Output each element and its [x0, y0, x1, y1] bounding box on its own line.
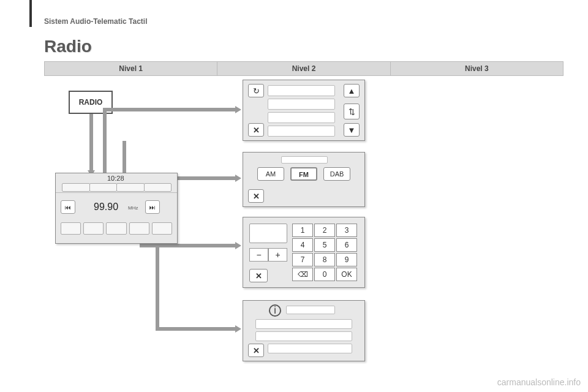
tab[interactable]: [116, 183, 145, 192]
frequency-unit: MHz: [128, 205, 138, 211]
arrow-right-icon: [235, 325, 241, 333]
info-line: [255, 319, 352, 329]
info-title-slot: [286, 306, 335, 314]
close-button[interactable]: ✕: [249, 269, 268, 282]
band-row: AM FM DAB: [243, 167, 364, 181]
key-2[interactable]: 2: [314, 224, 335, 237]
main-mid-row: ⏮ 99.90 MHz ⏭: [56, 193, 177, 220]
band-dab-button[interactable]: DAB: [323, 167, 350, 181]
info-panel: i ✕: [243, 300, 365, 361]
sort-icon: ⇅: [349, 107, 355, 116]
close-icon: ✕: [255, 271, 262, 281]
level-1-header: Nivel 1: [45, 62, 217, 75]
key-0[interactable]: 0: [314, 268, 335, 281]
close-button[interactable]: ✕: [248, 123, 264, 137]
band-select-panel: AM FM DAB ✕: [243, 152, 365, 207]
key-6[interactable]: 6: [336, 238, 357, 252]
key-3[interactable]: 3: [336, 224, 357, 237]
level-3-header: Nivel 3: [391, 62, 563, 75]
preset-slot[interactable]: [83, 222, 104, 235]
next-track-button[interactable]: ⏭: [145, 200, 160, 214]
key-backspace[interactable]: ⌫: [292, 268, 313, 281]
list-item[interactable]: [268, 99, 335, 110]
info-line: [255, 331, 352, 341]
tab[interactable]: [144, 183, 172, 192]
band-am-button[interactable]: AM: [257, 167, 284, 181]
freq-up-button[interactable]: +: [268, 248, 287, 262]
station-list-panel: ↻ ▲ ⇅ ▼ ✕: [243, 80, 365, 141]
up-icon: ▲: [348, 86, 356, 96]
close-button[interactable]: ✕: [248, 189, 264, 203]
key-4[interactable]: 4: [292, 238, 313, 252]
down-icon: ▼: [348, 126, 356, 135]
scroll-up-button[interactable]: ▲: [344, 84, 360, 97]
key-ok[interactable]: OK: [336, 268, 357, 281]
connector: [156, 327, 235, 331]
connector: [156, 244, 159, 330]
tab-strip: [62, 183, 171, 192]
preset-slot[interactable]: [106, 222, 126, 235]
list-item[interactable]: [268, 112, 335, 123]
left-accent-bar: [29, 0, 32, 27]
arrow-right-icon: [235, 106, 241, 113]
key-9[interactable]: 9: [336, 253, 357, 266]
close-icon: ✕: [253, 126, 260, 135]
numeric-keypad: 1 2 3 4 5 6 7 8 9 ⌫ 0 OK: [292, 224, 357, 281]
preset-slot[interactable]: [61, 222, 81, 235]
next-icon: ⏭: [149, 204, 156, 211]
panel-title-slot: [281, 156, 328, 164]
list-item[interactable]: [268, 85, 335, 96]
prev-track-button[interactable]: ⏮: [61, 200, 75, 214]
main-top-row: 10:28: [56, 173, 177, 193]
tab[interactable]: [62, 183, 90, 192]
connector: [140, 244, 235, 247]
arrow-right-icon: [235, 242, 241, 249]
close-icon: ✕: [253, 346, 260, 355]
section-header: Sistem Audio-Telematic Tactil: [44, 17, 147, 26]
scroll-down-button[interactable]: ▼: [344, 123, 360, 137]
watermark: carmanualsonline.info: [497, 377, 581, 387]
level-2-header: Nivel 2: [217, 62, 390, 75]
connector: [103, 108, 235, 111]
frequency-display: 99.90: [94, 202, 118, 213]
freq-down-button[interactable]: −: [249, 248, 268, 262]
arrow-right-icon: [235, 175, 241, 182]
info-icon: i: [269, 304, 281, 317]
main-radio-screen: 10:28 ⏮ 99.90 MHz ⏭: [55, 173, 178, 244]
clock: 10:28: [107, 175, 124, 182]
key-7[interactable]: 7: [292, 253, 313, 266]
list-item[interactable]: [268, 126, 335, 137]
keypad-display: [249, 224, 287, 243]
connector: [89, 114, 93, 173]
level-header: Nivel 1 Nivel 2 Nivel 3: [44, 61, 564, 76]
refresh-button[interactable]: ↻: [248, 84, 264, 97]
preset-slot[interactable]: [152, 222, 172, 235]
tune-step-group: − +: [249, 248, 287, 262]
sort-button[interactable]: ⇅: [344, 104, 360, 119]
preset-row: [56, 220, 177, 237]
key-8[interactable]: 8: [314, 253, 335, 266]
key-5[interactable]: 5: [314, 238, 335, 252]
prev-icon: ⏮: [65, 204, 71, 211]
tab[interactable]: [89, 183, 118, 192]
frequency-keypad-panel: − + ✕ 1 2 3 4 5 6 7 8 9 ⌫ 0 OK: [243, 217, 365, 288]
page-title: Radio: [44, 37, 92, 56]
key-1[interactable]: 1: [292, 224, 313, 237]
close-icon: ✕: [253, 192, 260, 201]
band-fm-button[interactable]: FM: [290, 167, 317, 181]
preset-slot[interactable]: [129, 222, 149, 235]
info-line: [268, 344, 352, 353]
close-button[interactable]: ✕: [248, 344, 264, 357]
refresh-icon: ↻: [253, 86, 260, 96]
